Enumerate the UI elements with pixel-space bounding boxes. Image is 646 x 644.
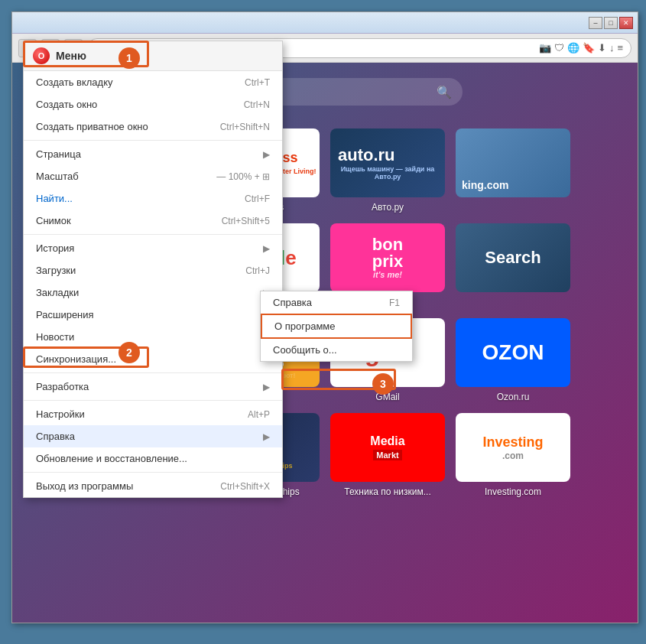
address-icons: 📷 🛡 🌐 🔖 ⬇ ↓ ≡ xyxy=(539,42,623,54)
menu-item-history[interactable]: История ▶ xyxy=(24,237,282,259)
menu-item-private-window[interactable]: Создать приватное окно Ctrl+Shift+N xyxy=(24,115,282,138)
menu-item-bookmarks-label: Закладки xyxy=(36,287,258,298)
menu-item-find[interactable]: Найти... Ctrl+F xyxy=(24,187,282,210)
submenu: Справка F1 О программе Сообщить о... xyxy=(260,291,413,362)
dial-thumb-auto: auto.ru Ищешь машину — зайди на Авто.ру xyxy=(330,128,445,197)
submenu-item-help-shortcut: F1 xyxy=(389,298,400,308)
menu-item-extensions-label: Расширения xyxy=(36,309,258,320)
submenu-item-about-label: О программе xyxy=(274,320,336,332)
menu-item-zoom-shortcut: — 100% + ⊞ xyxy=(216,171,270,182)
step-badge-2: 2 xyxy=(118,342,140,363)
menu-item-zoom[interactable]: Масштаб — 100% + ⊞ xyxy=(24,165,282,187)
menu-item-create-tab-shortcut: Ctrl+T xyxy=(245,77,270,88)
menu-item-create-window[interactable]: Создать окно Ctrl+N xyxy=(24,93,282,115)
dial-label-ozon: Ozon.ru xyxy=(497,392,530,402)
menu-header: O Меню xyxy=(24,41,282,71)
dial-label-mediamarkt: Техника по низким... xyxy=(344,486,430,497)
dial-mediamarkt[interactable]: Media Markt Техника по низким... xyxy=(330,413,445,497)
dial-thumb-bonprix: bon prix it's me! xyxy=(330,223,445,292)
dial-auto[interactable]: auto.ru Ищешь машину — зайди на Авто.ру … xyxy=(330,128,445,213)
menu-item-settings-shortcut: Alt+P xyxy=(248,409,270,420)
menu-item-snapshot[interactable]: Снимок Ctrl+Shift+5 xyxy=(24,210,282,232)
menu-item-update[interactable]: Обновление и восстановление... xyxy=(24,447,282,470)
separator-4 xyxy=(24,400,282,401)
menu-item-downloads-label: Загрузки xyxy=(36,265,245,276)
menu-dropdown: O Меню Создать вкладку Ctrl+T Создать ок… xyxy=(23,41,283,498)
close-button[interactable]: ✕ xyxy=(619,17,633,29)
dial-ozon[interactable]: OZON Ozon.ru xyxy=(456,318,570,402)
shield2-icon[interactable]: ⬇ xyxy=(598,42,606,54)
dial-thumb-search: Search xyxy=(456,223,570,292)
download-icon[interactable]: ↓ xyxy=(609,42,615,54)
menu-item-snapshot-shortcut: Ctrl+Shift+5 xyxy=(222,216,270,226)
menu-item-dev[interactable]: Разработка ▶ xyxy=(24,376,282,398)
menu-item-history-label: История xyxy=(36,242,258,254)
menu-item-news-label: Новости xyxy=(36,331,270,343)
menu-item-history-arrow: ▶ xyxy=(263,243,270,254)
menu-item-downloads-shortcut: Ctrl+J xyxy=(245,265,270,276)
title-bar: – □ ✕ xyxy=(12,12,638,34)
menu-item-create-tab-label: Создать вкладку xyxy=(36,76,245,88)
menu-item-find-label: Найти... xyxy=(36,193,245,204)
menu-item-private-window-shortcut: Ctrl+Shift+N xyxy=(220,122,270,132)
menu-item-exit-label: Выход из программы xyxy=(36,480,220,492)
dial-investing[interactable]: Investing .com Investing.com xyxy=(456,413,570,497)
menu-item-create-tab[interactable]: Создать вкладку Ctrl+T xyxy=(24,71,282,93)
title-bar-buttons: – □ ✕ xyxy=(589,17,633,29)
search-icon: 🔍 xyxy=(437,85,452,99)
submenu-item-help[interactable]: Справка F1 xyxy=(261,291,412,314)
menu-item-help[interactable]: Справка ▶ xyxy=(24,425,282,447)
menu-item-sync-label: Синхронизация... xyxy=(36,353,270,365)
camera-icon[interactable]: 📷 xyxy=(539,42,551,54)
menu-icon[interactable]: ≡ xyxy=(617,42,623,54)
menu-item-create-window-label: Создать окно xyxy=(36,99,244,110)
menu-item-page[interactable]: Страница ▶ xyxy=(24,143,282,165)
dial-thumb-ozon: OZON xyxy=(456,318,570,387)
menu-item-page-label: Страница xyxy=(36,148,258,160)
dial-thumb-extra: king.com xyxy=(456,128,570,197)
menu-item-exit-shortcut: Ctrl+Shift+X xyxy=(220,481,270,492)
dial-search[interactable]: Search xyxy=(456,223,570,307)
menu-item-exit[interactable]: Выход из программы Ctrl+Shift+X xyxy=(24,475,282,497)
menu-item-bookmarks[interactable]: Закладки ▶ xyxy=(24,281,282,304)
menu-item-downloads[interactable]: Загрузки Ctrl+J xyxy=(24,259,282,281)
bookmark-icon[interactable]: 🔖 xyxy=(583,42,595,54)
separator-2 xyxy=(24,234,282,235)
menu-item-settings-label: Настройки xyxy=(36,408,248,420)
separator-1 xyxy=(24,140,282,141)
menu-item-settings[interactable]: Настройки Alt+P xyxy=(24,403,282,425)
submenu-item-help-label: Справка xyxy=(273,297,312,308)
menu-item-page-arrow: ▶ xyxy=(263,149,270,160)
menu-item-update-label: Обновление и восстановление... xyxy=(36,453,270,464)
dial-thumb-investing: Investing .com xyxy=(456,413,570,482)
separator-5 xyxy=(24,472,282,473)
menu-item-sync[interactable]: Синхронизация... xyxy=(24,348,282,370)
menu-item-zoom-label: Масштаб xyxy=(36,171,216,182)
menu-item-dev-arrow: ▶ xyxy=(263,382,270,392)
opera-logo: O xyxy=(33,47,50,64)
separator-3 xyxy=(24,372,282,373)
menu-item-private-window-label: Создать приватное окно xyxy=(36,121,220,132)
dial-booking-placeholder[interactable]: king.com xyxy=(456,128,570,213)
menu-item-help-arrow: ▶ xyxy=(263,431,270,442)
menu-item-create-window-shortcut: Ctrl+N xyxy=(244,99,270,110)
menu-title: Меню xyxy=(56,50,86,62)
minimize-button[interactable]: – xyxy=(589,17,602,29)
step-badge-1: 1 xyxy=(118,47,140,69)
submenu-item-report-label: Сообщить о... xyxy=(273,344,337,356)
submenu-item-report[interactable]: Сообщить о... xyxy=(261,339,412,361)
menu-item-news[interactable]: Новости xyxy=(24,326,282,348)
dial-label-auto: Авто.ру xyxy=(372,202,404,213)
menu-item-dev-label: Разработка xyxy=(36,381,258,392)
shield-icon[interactable]: 🛡 xyxy=(554,42,564,54)
globe-icon[interactable]: 🌐 xyxy=(567,42,579,54)
menu-item-extensions[interactable]: Расширения ▶ xyxy=(24,304,282,326)
maximize-button[interactable]: □ xyxy=(604,17,618,29)
step-badge-3: 3 xyxy=(372,373,394,395)
dial-label-investing: Investing.com xyxy=(485,486,541,497)
menu-item-help-label: Справка xyxy=(36,431,258,442)
menu-item-find-shortcut: Ctrl+F xyxy=(245,194,270,204)
submenu-item-about[interactable]: О программе xyxy=(261,314,412,339)
menu-item-snapshot-label: Снимок xyxy=(36,215,222,226)
dial-thumb-mediamarkt: Media Markt xyxy=(330,413,445,482)
